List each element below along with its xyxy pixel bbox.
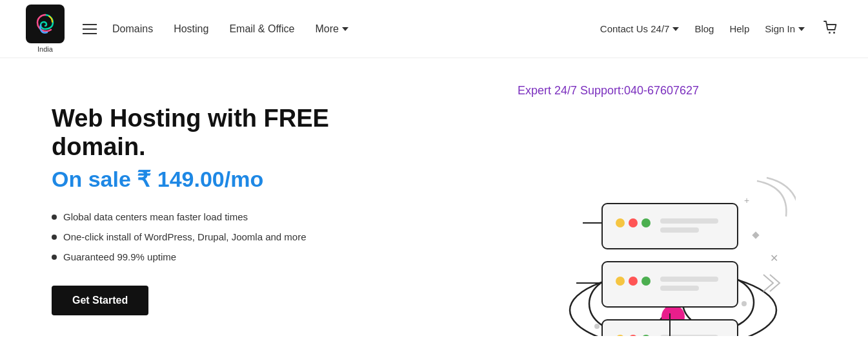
main-content: Web Hosting with FREE domain. On sale ₹ … [0,58,868,347]
svg-point-2 [833,32,835,34]
cart-icon [823,19,840,36]
svg-point-21 [629,218,638,227]
svg-point-41 [742,301,747,306]
logo-box[interactable] [26,5,65,43]
cart-button[interactable] [820,17,842,41]
nav-right: Contact Us 24/7 Blog Help Sign In [600,17,842,41]
get-started-button[interactable]: Get Started [52,286,148,315]
features-list: Global data centers mean faster load tim… [52,211,361,262]
nav-hosting[interactable]: Hosting [174,23,208,35]
nav-domains[interactable]: Domains [112,23,153,35]
nav-help[interactable]: Help [729,23,749,34]
hero-illustration-section: Expert 24/7 Support:040-67607627 + + ✕ [387,84,829,336]
nav-more[interactable]: More [315,23,348,35]
hero-heading: Web Hosting with FREE domain. [52,105,361,161]
svg-point-28 [641,277,651,286]
feature-item-3: Guaranteed 99.9% uptime [52,251,361,262]
svg-rect-23 [660,218,718,224]
nav-email-office[interactable]: Email & Office [229,23,294,35]
hero-text-section: Web Hosting with FREE domain. On sale ₹ … [52,105,387,315]
nav-blog[interactable]: Blog [694,23,714,34]
svg-point-20 [616,218,625,227]
svg-rect-24 [660,227,699,233]
logo-area: India [26,5,65,53]
hamburger-line [83,33,97,34]
svg-point-27 [629,277,638,286]
hamburger-line [83,28,97,30]
svg-point-22 [641,218,651,227]
svg-point-26 [616,277,625,286]
svg-rect-11 [752,231,759,238]
svg-rect-30 [660,286,699,291]
nav-left: Domains Hosting Email & Office More [112,23,600,35]
hero-sale-price: On sale ₹ 149.00/mo [52,166,361,192]
hamburger-line [83,24,97,25]
nav-contact-label: Contact Us 24/7 [600,23,670,34]
hero-illustration: + + ✕ [421,103,796,336]
feature-text-2: One-click install of WordPress, Drupal, … [63,231,307,242]
bullet-icon [52,215,57,220]
svg-text:✕: ✕ [770,253,778,264]
nav-contact[interactable]: Contact Us 24/7 [600,23,680,34]
chevron-down-icon [798,27,805,31]
nav-signin-label: Sign In [765,23,795,34]
bullet-icon [52,235,57,240]
nav-more-label: More [315,23,338,35]
hamburger-button[interactable] [77,19,102,39]
svg-text:+: + [744,195,749,205]
feature-item-2: One-click install of WordPress, Drupal, … [52,231,361,242]
svg-rect-29 [660,277,718,282]
logo-icon [31,10,59,38]
feature-text-3: Guaranteed 99.9% uptime [63,251,176,262]
chevron-down-icon [672,27,679,31]
svg-point-1 [829,32,831,34]
logo-label: India [37,45,53,53]
feature-text-1: Global data centers mean faster load tim… [63,211,248,222]
feature-item-1: Global data centers mean faster load tim… [52,211,361,222]
support-text: Expert 24/7 Support:040-67607627 [518,84,699,98]
header: India Domains Hosting Email & Office Mor… [0,0,868,58]
svg-rect-35 [660,335,718,336]
nav-signin[interactable]: Sign In [765,23,805,34]
svg-point-40 [594,324,600,329]
chevron-down-icon [342,27,348,31]
bullet-icon [52,255,57,260]
